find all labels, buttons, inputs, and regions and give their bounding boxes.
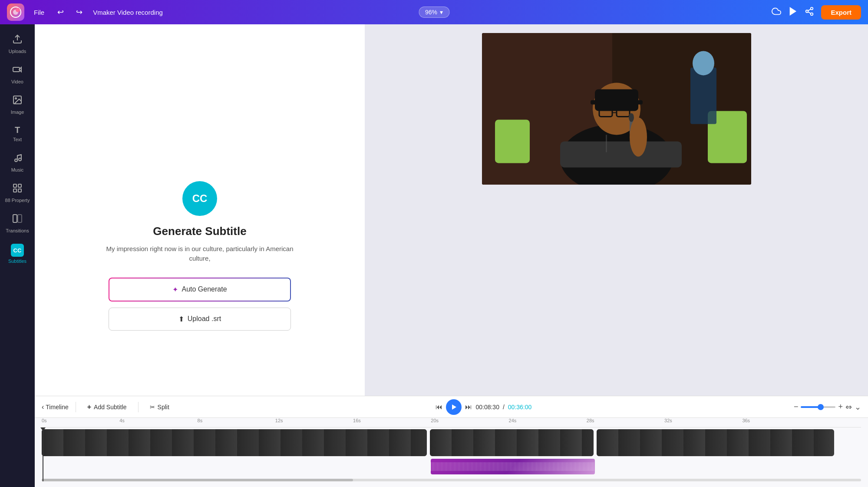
time-separator: / [503,404,505,411]
zoom-thumb [818,404,824,410]
scissors-icon: ✂ [150,404,155,411]
svg-point-4 [811,7,813,10]
generate-subtitle-desc: My impression right now is in our cultur… [96,244,304,264]
property-icon [12,183,23,196]
file-menu[interactable]: File [30,6,49,19]
cc-icon-text: CC [192,192,208,205]
auto-generate-button[interactable]: ✦ Auto Generate [109,278,291,301]
svg-rect-17 [13,184,17,187]
sidebar-item-subtitles[interactable]: CC Subtitles [0,239,35,268]
preview-button[interactable] [788,7,798,18]
current-time: 00:08:30 [475,404,499,411]
topbar-right-actions: Export [772,5,861,20]
timeline-panel: ‹ Timeline + Add Subtitle ✂ Split ⏮ ⏭ 00… [35,396,868,487]
timeline-ruler: 0s 4s 8s 12s 16s 20s 24s 28s 32s 36s [42,418,861,427]
svg-rect-32 [591,100,643,104]
cc-icon-circle: CC [182,181,217,216]
total-time: 00:36:00 [508,404,532,411]
ruler-mark-20s: 20s [431,418,439,423]
transitions-icon [12,213,23,226]
svg-point-41 [693,51,714,75]
ruler-mark-36s: 36s [742,418,750,423]
sidebar: Uploads Video Image T Text [0,24,35,487]
split-label: Split [158,404,169,411]
video-frame [482,33,751,185]
playback-controls: ⏮ ⏭ 00:08:30 / 00:36:00 [436,399,531,415]
track-thumbnail-strip-1 [42,429,427,456]
zoom-control[interactable]: 96% ▾ [419,7,449,18]
app-logo [7,3,24,21]
zoom-in-button[interactable]: + [838,402,843,411]
svg-rect-22 [18,215,22,222]
skip-back-button[interactable]: ⏮ [436,403,442,411]
playhead [43,427,43,481]
zoom-level: 96% [425,9,437,16]
svg-point-37 [629,113,634,122]
svg-line-16 [17,155,21,156]
add-subtitle-label: Add Subtitle [94,404,127,411]
tracks-area [42,429,861,481]
undo-button[interactable]: ↩ [54,6,67,19]
track-segment-2[interactable] [430,429,594,456]
image-label: Image [11,109,24,115]
sidebar-item-text[interactable]: T Text [0,121,35,146]
playhead-triangle [40,427,46,431]
toolbar-divider-1 [76,402,76,412]
sidebar-item-uploads[interactable]: Uploads [0,30,35,58]
ruler-mark-28s: 28s [587,418,594,423]
track-segment-3[interactable] [597,429,834,456]
sidebar-item-property[interactable]: 88 Property [0,179,35,207]
sidebar-item-music[interactable]: Music [0,148,35,177]
transitions-label: Transitions [6,228,29,233]
track-segment-1[interactable] [42,429,427,456]
upload-srt-label: Upload .srt [188,315,221,323]
collapse-timeline-button[interactable]: ⌄ [855,402,861,412]
timeline-scrollbar-track[interactable] [42,479,861,481]
audio-waveform[interactable] [431,459,594,474]
timeline-back-button[interactable]: ‹ Timeline [42,403,69,411]
video-track [42,429,861,456]
play-button[interactable] [446,399,462,415]
zoom-slider[interactable] [801,406,835,408]
ruler-mark-16s: 16s [353,418,361,423]
sidebar-item-video[interactable]: Video [0,60,35,89]
sidebar-item-transitions[interactable]: Transitions [0,209,35,238]
audio-track [42,459,861,474]
split-button[interactable]: ✂ Split [145,401,174,413]
music-label: Music [11,167,24,172]
ruler-mark-12s: 12s [275,418,283,423]
export-button[interactable]: Export [821,5,861,20]
zoom-chevron-icon: ▾ [440,9,443,16]
generate-subtitle-title: Generate Subtitle [153,225,246,238]
svg-rect-19 [13,189,17,192]
sparkle-icon: ✦ [172,285,178,294]
project-title: Vmaker Video recording [93,9,163,16]
add-subtitle-button[interactable]: + Add Subtitle [83,401,131,414]
toolbar-divider-2 [138,402,139,412]
svg-rect-20 [18,189,21,192]
text-label: Text [13,137,22,142]
waveform-display [431,462,594,471]
share-button[interactable] [805,7,814,18]
svg-point-13 [15,98,17,99]
track-thumbnail-strip-3 [597,429,834,456]
track-gap-2 [594,429,596,456]
svg-point-6 [811,13,813,15]
video-label: Video [11,79,23,84]
svg-marker-42 [452,404,456,410]
sidebar-item-image[interactable]: Image [0,90,35,119]
expand-timeline-button[interactable]: ⇔ [845,402,852,412]
svg-point-39 [630,117,647,156]
redo-button[interactable]: ↪ [73,6,86,19]
upload-srt-button[interactable]: ⬆ Upload .srt [109,308,291,331]
skip-forward-button[interactable]: ⏭ [465,403,472,411]
timeline-toolbar: ‹ Timeline + Add Subtitle ✂ Split ⏮ ⏭ 00… [35,396,868,418]
zoom-controls: − + ⇔ ⌄ [794,402,861,412]
zoom-out-button[interactable]: − [794,402,799,411]
ruler-mark-8s: 8s [198,418,203,423]
property-label: 88 Property [5,198,30,203]
cloud-save-button[interactable] [772,7,781,18]
timeline-scrollbar-thumb[interactable] [42,479,353,481]
upload-icon: ⬆ [178,315,184,323]
track-gap [428,429,429,456]
